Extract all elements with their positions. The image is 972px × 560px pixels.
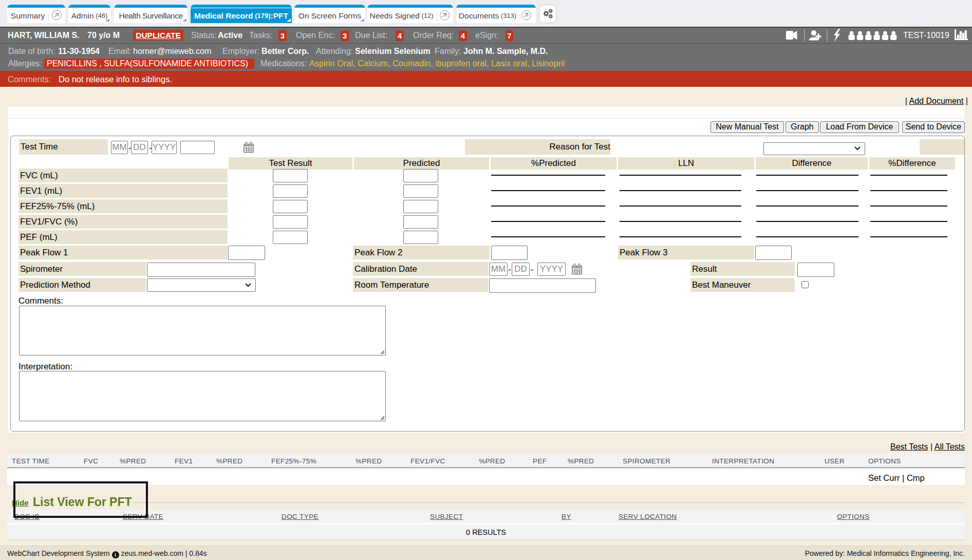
svg-text:TEST-10019: TEST-10019 xyxy=(903,31,949,40)
